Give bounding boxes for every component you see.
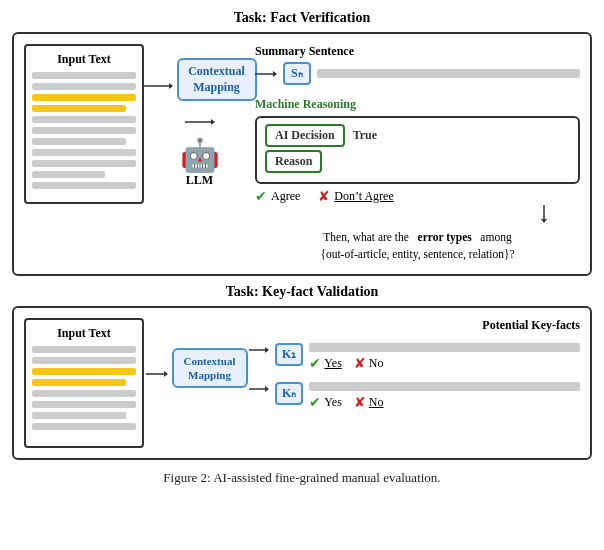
kn-yes-item: ✔ Yes <box>309 394 341 411</box>
cross-icon-disagree: ✘ <box>318 188 330 205</box>
k1-badge: K₁ <box>275 343 303 366</box>
kn-block: Kₙ ✔ Yes ✘ No <box>249 382 580 411</box>
doc-line-7 <box>32 160 136 167</box>
llm-label: LLM <box>186 173 213 188</box>
arrow-to-llm <box>185 113 215 131</box>
b-doc-line-yellow-2 <box>32 379 126 386</box>
b-doc-line-4 <box>32 401 136 408</box>
figure-caption: Figure 2: AI-assisted fine-grained manua… <box>163 470 440 486</box>
ctx-map-box-top: Contextual Mapping <box>177 58 257 101</box>
error-types-line1: Then, what are the <box>323 231 409 243</box>
k1-yes-no-row: ✔ Yes ✘ No <box>309 355 580 372</box>
b-doc-line-6 <box>32 423 136 430</box>
b-doc-line-yellow-1 <box>32 368 136 375</box>
doc-line-3 <box>32 116 136 123</box>
agree-row: ✔ Agree ✘ Don’t Agree <box>255 188 580 205</box>
error-types-list: {out-of-article, entity, sentence, relat… <box>320 248 514 260</box>
check-icon-kn-yes: ✔ <box>309 394 321 411</box>
k1-block: K₁ ✔ Yes ✘ No <box>249 343 580 372</box>
machine-reasoning-box: AI Decision True Reason <box>255 116 580 184</box>
doc-line-5 <box>32 138 126 145</box>
top-title: Task: Fact Verification <box>234 10 370 26</box>
ctx-map-label-bottom: Contextual Mapping <box>184 355 236 381</box>
agree-label: Agree <box>271 189 300 204</box>
input-doc-top: Input Text <box>24 44 144 204</box>
input-text-label-top: Input Text <box>32 52 136 67</box>
doc-line-2 <box>32 83 136 90</box>
k1-no-label: No <box>369 356 384 371</box>
doc-line-yellow-2 <box>32 105 126 112</box>
doc-line-6 <box>32 149 136 156</box>
bottom-right: Potential Key-facts K₁ ✔ Yes ✘ <box>249 318 580 411</box>
bottom-ctx-col: Contextual Mapping <box>154 348 239 401</box>
error-types-among: among <box>480 231 511 243</box>
bottom-title: Task: Key-fact Validation <box>226 284 379 300</box>
svg-marker-3 <box>211 119 215 125</box>
svg-marker-13 <box>265 386 269 392</box>
doc-line-8 <box>32 171 105 178</box>
b-doc-line-1 <box>32 346 136 353</box>
error-types-text: Then, what are the error types among {ou… <box>255 229 580 264</box>
reason-row: Reason <box>265 150 570 173</box>
arrow-to-sn <box>255 68 277 80</box>
sn-badge: Sₙ <box>283 62 311 85</box>
b-doc-line-2 <box>32 357 136 364</box>
b-doc-line-5 <box>32 412 126 419</box>
k1-right: ✔ Yes ✘ No <box>309 343 580 372</box>
input-doc-bottom: Input Text <box>24 318 144 448</box>
ai-decision-row: AI Decision True <box>265 124 570 147</box>
keyfact-validation-diagram: Input Text Contextual Mapping Potential … <box>12 306 592 460</box>
doc-line-yellow-1 <box>32 94 136 101</box>
llm-robot-icon: 🤖 <box>180 139 220 171</box>
k1-yes-item: ✔ Yes <box>309 355 341 372</box>
check-icon-k1-yes: ✔ <box>309 355 321 372</box>
svg-marker-5 <box>273 71 277 77</box>
cross-icon-kn-no: ✘ <box>354 394 366 411</box>
svg-marker-11 <box>265 347 269 353</box>
machine-reasoning-title: Machine Reasoning <box>255 97 580 112</box>
svg-marker-9 <box>164 371 168 377</box>
svg-marker-7 <box>541 219 547 223</box>
agree-item: ✔ Agree <box>255 188 300 205</box>
doc-line-9 <box>32 182 136 189</box>
input-text-label-bottom: Input Text <box>32 326 136 341</box>
error-types-bold: error types <box>418 231 472 243</box>
kn-right: ✔ Yes ✘ No <box>309 382 580 411</box>
arrow-down-error <box>538 205 550 223</box>
potential-keyfacts-label: Potential Key-facts <box>249 318 580 333</box>
k1-no-item: ✘ No <box>354 355 384 372</box>
dont-agree-item: ✘ Don’t Agree <box>318 188 393 205</box>
right-col-top: Summary Sentence Sₙ Machine Reasoning AI… <box>255 44 580 264</box>
kn-yes-no-row: ✔ Yes ✘ No <box>309 394 580 411</box>
reason-badge: Reason <box>265 150 322 173</box>
kn-yes-label: Yes <box>324 395 341 410</box>
check-icon-agree: ✔ <box>255 188 267 205</box>
kn-bar <box>309 382 580 391</box>
ctx-map-label: Contextual Mapping <box>188 64 245 94</box>
kn-no-label: No <box>369 395 384 410</box>
kn-no-item: ✘ No <box>354 394 384 411</box>
true-label: True <box>353 128 377 143</box>
b-doc-line-3 <box>32 390 136 397</box>
arrow-to-ctx <box>143 80 173 92</box>
fact-verification-diagram: Input Text Contextual Mapping <box>12 32 592 276</box>
kn-badge: Kₙ <box>275 382 303 405</box>
doc-line-1 <box>32 72 136 79</box>
ctx-map-box-bottom: Contextual Mapping <box>172 348 248 389</box>
ai-decision-badge: AI Decision <box>265 124 345 147</box>
summary-label: Summary Sentence <box>255 44 580 59</box>
arrow-to-kn <box>249 382 269 396</box>
doc-line-4 <box>32 127 136 134</box>
summary-bar <box>317 69 580 78</box>
summary-section: Summary Sentence Sₙ <box>255 44 580 85</box>
k1-yes-label: Yes <box>324 356 341 371</box>
arrow-to-k1 <box>249 343 269 357</box>
svg-marker-1 <box>169 83 173 89</box>
k1-bar <box>309 343 580 352</box>
arrow-to-ctx-bottom <box>146 368 168 380</box>
dont-agree-label: Don’t Agree <box>334 189 393 204</box>
cross-icon-k1-no: ✘ <box>354 355 366 372</box>
